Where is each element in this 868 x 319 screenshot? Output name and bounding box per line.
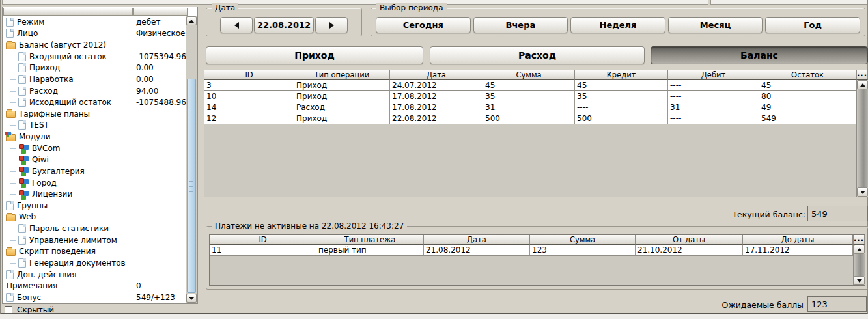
tree-item[interactable]: Баланс (август 2012) (3, 39, 187, 51)
hidden-checkbox-row[interactable]: Скрытый (2, 305, 198, 314)
next-date-button[interactable] (315, 17, 348, 33)
scroll-up-button[interactable] (854, 245, 865, 254)
column-header[interactable]: Тип операции (294, 70, 390, 80)
table-row[interactable]: 3Приход24.07.20124545----45 (204, 80, 856, 91)
scroll-up-button[interactable] (857, 80, 868, 89)
tree-item[interactable]: Расход94.00 (3, 85, 187, 97)
table-cell: ---- (668, 80, 759, 90)
period-button-3[interactable]: Месяц (668, 17, 763, 33)
table-config-button[interactable]: ... (856, 70, 868, 80)
table-cell: ---- (668, 113, 759, 124)
scroll-down-button[interactable] (854, 276, 865, 285)
column-header[interactable]: От даты (636, 235, 743, 245)
tree-item[interactable]: Управление лимитом (3, 234, 187, 246)
column-header[interactable]: До даты (743, 235, 853, 245)
column-header[interactable]: Кредит (575, 70, 668, 80)
table-row[interactable]: 11первый тип21.08.201212321.10.201217.11… (210, 245, 853, 256)
tree-item[interactable]: Qiwi (3, 154, 187, 166)
tree-item[interactable]: Генерация документов (3, 257, 187, 269)
tree-item-value: 549/+123 (136, 293, 175, 302)
scroll-down-button[interactable] (186, 294, 197, 303)
tree-item-label: Лицензии (32, 189, 72, 199)
column-header[interactable]: Дата (424, 235, 530, 245)
tree-scrollbar[interactable] (186, 16, 197, 303)
column-header[interactable]: Сумма (530, 235, 636, 245)
period-button-4[interactable]: Год (765, 17, 860, 33)
table-cell: 500 (483, 113, 575, 124)
tree-item-label: Наработка (29, 75, 74, 84)
table-cell: 12 (204, 113, 294, 124)
tree-name-column-header[interactable] (3, 8, 133, 16)
module-icon (18, 178, 29, 187)
tree-item-label: Входящий остаток (29, 52, 107, 61)
tree-item[interactable]: Город (3, 177, 187, 189)
tree-value-column-header[interactable] (133, 8, 188, 16)
scroll-track[interactable] (854, 254, 865, 276)
tree-item[interactable]: Доп. действия (3, 269, 187, 281)
tree-item[interactable]: BVCom (3, 143, 187, 154)
tree-item[interactable]: Скрипт поведения (3, 246, 187, 258)
tree-item[interactable]: Режимдебет (3, 16, 187, 28)
scroll-track[interactable] (857, 89, 868, 187)
tree-item[interactable]: ЛицоФизическое (3, 28, 187, 40)
account-tree: РежимдебетЛицоФизическоеБаланс (август 2… (3, 16, 187, 303)
tree-item[interactable]: Бухгалтерия (3, 165, 187, 177)
period-buttons: СегодняВчераНеделяМесяцГод (376, 17, 860, 33)
column-header[interactable]: Остаток (759, 70, 856, 80)
table-cell: 500 (575, 113, 668, 124)
down-arrow-icon (857, 279, 862, 283)
column-header[interactable]: ID (210, 235, 316, 245)
tree-item-value: -1075394.96 (136, 52, 186, 61)
tree-item[interactable]: Приход0.00 (3, 62, 187, 74)
column-header[interactable]: Дата (390, 70, 483, 80)
payments-group-title: Платежи не активные на 22.08.2012 16:43:… (212, 221, 407, 230)
column-header[interactable]: Сумма (483, 70, 575, 80)
tree-item[interactable]: Модули (3, 131, 187, 143)
date-group: Дата 22.08.2012 (206, 8, 362, 36)
tab-0[interactable]: Приход (206, 46, 423, 64)
table-row[interactable]: 10Приход17.08.20123535----80 (204, 91, 856, 102)
tree-item[interactable]: Примечания0 (3, 280, 187, 292)
tree-item-label: BVCom (32, 144, 60, 153)
tree-item-label: Скрипт поведения (19, 247, 96, 256)
module-icon (18, 166, 29, 176)
table-cell: 10 (204, 91, 294, 102)
tree-item[interactable]: Web (3, 212, 187, 223)
hidden-checkbox[interactable] (5, 306, 12, 314)
period-button-1[interactable]: Вчера (473, 17, 568, 33)
table-row[interactable]: 12Приход22.08.2012500500----549 (204, 113, 856, 124)
tree-item[interactable]: TEST (3, 120, 187, 132)
current-balance-field[interactable]: 549 (807, 206, 868, 221)
scroll-track[interactable] (186, 25, 197, 294)
top-strip-right (710, 0, 867, 5)
tree-item[interactable]: Исходящий остаток-1075488.96 (3, 96, 187, 108)
tree-item-label: Баланс (август 2012) (19, 40, 106, 49)
tree-item[interactable]: Пароль статистики (3, 223, 187, 234)
tree-item[interactable]: Бонус549/+123 (3, 292, 187, 303)
tree-item[interactable]: Лицензии (3, 188, 187, 200)
table-scrollbar[interactable] (853, 245, 865, 285)
column-header[interactable]: ID (204, 70, 294, 80)
scroll-down-button[interactable] (857, 187, 868, 197)
tree-item[interactable]: Тарифные планы (3, 108, 187, 120)
tree-item-label: Режим (17, 18, 44, 27)
tab-1[interactable]: Расход (430, 46, 645, 64)
date-group-title: Дата (212, 3, 238, 12)
current-date-button[interactable]: 22.08.2012 (254, 17, 314, 33)
tree-item[interactable]: Наработка0.00 (3, 74, 187, 85)
table-config-button[interactable]: ... (853, 235, 865, 245)
tab-2[interactable]: Баланс (651, 46, 868, 64)
period-button-2[interactable]: Неделя (570, 17, 665, 33)
period-button-0[interactable]: Сегодня (376, 17, 471, 33)
expected-points-field[interactable]: 123 (807, 296, 867, 312)
table-row[interactable]: 14Расход17.08.201231----3149 (204, 102, 856, 113)
column-header[interactable]: Дебит (668, 70, 759, 80)
tree-item-label: Модули (19, 132, 51, 141)
scroll-thumb[interactable] (187, 79, 196, 293)
table-scrollbar[interactable] (856, 80, 868, 197)
column-header[interactable]: Тип платежа (316, 235, 424, 245)
tree-item[interactable]: Входящий остаток-1075394.96 (3, 51, 187, 62)
scroll-up-button[interactable] (186, 16, 197, 25)
tree-item[interactable]: Группы (3, 200, 187, 212)
prev-date-button[interactable] (220, 17, 253, 33)
